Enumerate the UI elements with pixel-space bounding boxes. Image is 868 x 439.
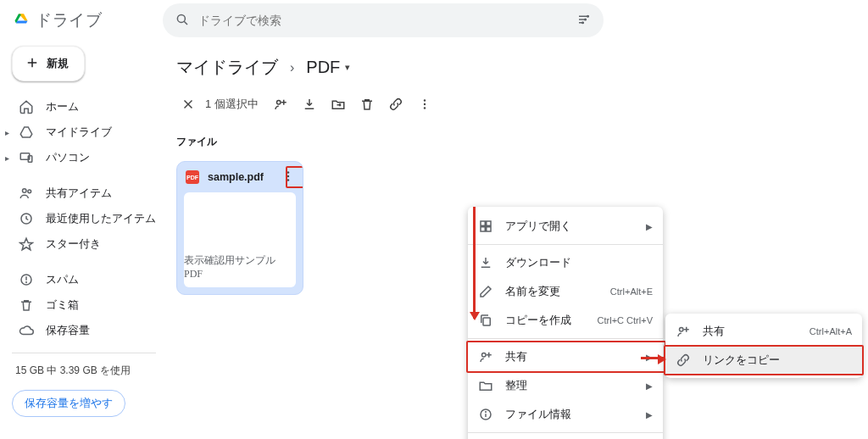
search-input[interactable] [198, 14, 568, 27]
divider [468, 338, 663, 339]
svg-point-17 [28, 190, 31, 193]
svg-point-8 [587, 15, 589, 17]
svg-line-4 [184, 21, 187, 25]
breadcrumb-root[interactable]: マイドライブ [176, 56, 278, 79]
delete-button[interactable] [355, 92, 379, 116]
expand-icon[interactable]: ▸ [5, 128, 9, 137]
svg-rect-36 [481, 227, 485, 231]
svg-point-31 [287, 171, 289, 173]
sidebar-item-computers[interactable]: ▸ パソコン [12, 146, 159, 169]
sidebar-item-label: パソコン [46, 150, 90, 165]
file-more-button[interactable] [281, 169, 296, 186]
ctx-open-with[interactable]: アプリで開く ▶ [468, 212, 663, 241]
drive-logo-icon [14, 12, 29, 30]
main: マイドライブ › PDF ▾ 1 個選択中 ファイル PDF sampl [159, 41, 868, 439]
sidebar-item-label: 保存容量 [46, 323, 90, 338]
storage-usage-text: 15 GB 中 3.39 GB を使用 [12, 364, 159, 378]
svg-point-30 [424, 107, 426, 108]
submenu-arrow-icon: ▶ [646, 410, 653, 420]
sidebar-item-label: 最近使用したアイテム [46, 211, 156, 226]
star-icon [19, 236, 34, 252]
home-icon [19, 99, 34, 114]
sidebar-item-label: ホーム [46, 99, 79, 114]
share-button[interactable] [269, 92, 292, 116]
sidebar-item-label: 共有アイテム [46, 186, 112, 201]
svg-marker-13 [20, 127, 32, 137]
move-button[interactable] [326, 92, 350, 116]
submenu-arrow-icon: ▶ [646, 222, 653, 231]
share-submenu: 共有 Ctrl+Alt+A リンクをコピー [665, 314, 862, 378]
chevron-right-icon: › [290, 60, 294, 75]
file-card[interactable]: PDF sample.pdf 表示確認用サンプル PDF [176, 161, 303, 295]
brand-label: ドライブ [36, 9, 102, 31]
annotation-highlight [466, 341, 666, 373]
ctx-share[interactable]: 共有 ▶ [468, 342, 663, 371]
selection-count-text: 1 個選択中 [205, 97, 259, 112]
trash-icon [19, 297, 34, 313]
ctx-download[interactable]: ダウンロード [468, 248, 663, 277]
context-menu: アプリで開く ▶ ダウンロード 名前を変更 Ctrl+Alt+E コピーを作成 … [468, 207, 663, 439]
sidebar-item-home[interactable]: ホーム [12, 95, 159, 119]
share-icon [676, 324, 691, 339]
svg-point-28 [424, 99, 426, 101]
sidebar-item-shared[interactable]: 共有アイテム [12, 181, 159, 205]
plus-icon [25, 55, 40, 73]
submenu-share[interactable]: 共有 Ctrl+Alt+A [665, 317, 862, 346]
file-name: sample.pdf [208, 171, 264, 183]
breadcrumb-current[interactable]: PDF ▾ [306, 58, 350, 77]
svg-marker-2 [16, 20, 28, 23]
svg-point-25 [276, 101, 281, 105]
download-button[interactable] [298, 92, 321, 116]
share-icon [478, 349, 493, 364]
organize-icon [478, 378, 493, 393]
svg-rect-37 [487, 227, 491, 231]
upgrade-storage-button[interactable]: 保存容量を増やす [12, 390, 125, 417]
ctx-rename[interactable]: 名前を変更 Ctrl+Alt+E [468, 277, 663, 306]
sidebar-item-label: ゴミ箱 [46, 297, 79, 313]
files-section-label: ファイル [176, 135, 851, 149]
copy-icon [478, 313, 493, 328]
svg-rect-34 [481, 221, 485, 225]
ctx-organize[interactable]: 整理 ▶ [468, 371, 663, 400]
more-actions-button[interactable] [413, 92, 437, 116]
sidebar-item-mydrive[interactable]: ▸ マイドライブ [12, 120, 159, 144]
drive-icon [19, 125, 34, 140]
svg-point-45 [680, 328, 684, 332]
svg-point-29 [424, 103, 426, 105]
file-preview: 表示確認用サンプル PDF [184, 192, 296, 287]
info-icon [478, 407, 493, 422]
submenu-copy-link[interactable]: リンクをコピー [665, 346, 862, 375]
search-options-icon[interactable] [576, 12, 592, 30]
sidebar: 新規 ホーム ▸ マイドライブ ▸ パソコン 共有アイテム 最近使用したアイテム… [0, 41, 159, 439]
devices-icon [19, 150, 34, 165]
sidebar-item-storage[interactable]: 保存容量 [12, 319, 159, 342]
sidebar-item-recent[interactable]: 最近使用したアイテム [12, 207, 159, 231]
new-button[interactable]: 新規 [12, 46, 85, 81]
file-preview-text: 表示確認用サンプル PDF [184, 253, 296, 281]
brand[interactable]: ドライブ [7, 9, 153, 31]
clock-icon [19, 211, 34, 226]
sidebar-item-spam[interactable]: スパム [12, 268, 159, 292]
expand-icon[interactable]: ▸ [5, 153, 9, 163]
ctx-make-copy[interactable]: コピーを作成 Ctrl+C Ctrl+V [468, 306, 663, 335]
ctx-file-info[interactable]: ファイル情報 ▶ [468, 400, 663, 429]
file-card-header: PDF sample.pdf [177, 162, 303, 192]
clear-selection-button[interactable] [176, 92, 200, 116]
svg-point-39 [482, 353, 487, 358]
search-bar[interactable] [163, 3, 604, 37]
get-link-button[interactable] [384, 92, 408, 116]
svg-rect-35 [487, 221, 491, 225]
svg-point-3 [177, 14, 185, 22]
divider [12, 353, 156, 353]
rename-icon [478, 284, 493, 299]
sidebar-item-starred[interactable]: スター付き [12, 232, 159, 256]
spam-icon [19, 272, 34, 287]
new-label: 新規 [47, 56, 69, 71]
sidebar-item-label: スパム [46, 272, 79, 287]
svg-point-10 [582, 22, 584, 24]
sidebar-item-label: マイドライブ [46, 125, 112, 140]
svg-point-32 [287, 175, 289, 176]
svg-point-44 [486, 412, 487, 413]
sidebar-item-trash[interactable]: ゴミ箱 [12, 293, 159, 317]
divider [468, 244, 663, 245]
